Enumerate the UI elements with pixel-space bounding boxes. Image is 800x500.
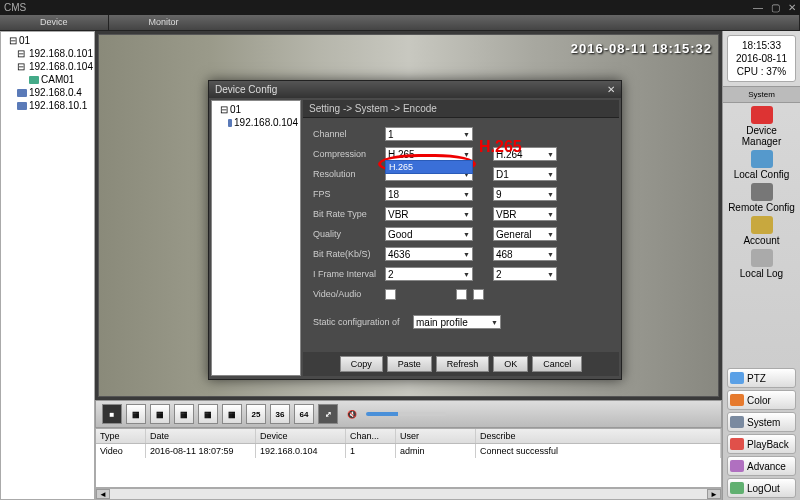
- col-device[interactable]: Device: [256, 429, 346, 443]
- tab-monitor[interactable]: Monitor: [109, 15, 800, 30]
- bit-rate-kb-s--select-2[interactable]: 468▼: [493, 247, 557, 261]
- i-frame-interval-select-2[interactable]: 2▼: [493, 267, 557, 281]
- layout-btn-8[interactable]: ▦: [174, 404, 194, 424]
- side-item-icon: [751, 183, 773, 201]
- minimize-icon[interactable]: —: [753, 2, 763, 13]
- layout-btn-6[interactable]: ▦: [150, 404, 170, 424]
- panel-btn-ptz[interactable]: PTZ: [727, 368, 796, 388]
- col-describe[interactable]: Describe: [476, 429, 721, 443]
- side-item-icon: [751, 216, 773, 234]
- layout-btn-9[interactable]: ▦: [198, 404, 218, 424]
- video-checkbox[interactable]: [385, 289, 396, 300]
- close-icon[interactable]: ✕: [788, 2, 796, 13]
- bit-rate-type-select-2[interactable]: VBR▼: [493, 207, 557, 221]
- panel-btn-system[interactable]: System: [727, 412, 796, 432]
- status-time: 18:15:33: [731, 39, 792, 52]
- side-item-icon: [751, 249, 773, 267]
- layout-btn-25[interactable]: 25: [246, 404, 266, 424]
- bit-rate-kb-s--select[interactable]: 4636▼: [385, 247, 473, 261]
- tree-item[interactable]: 192.168.0.4: [3, 86, 92, 99]
- side-item-device-manager[interactable]: Device Manager: [727, 106, 796, 147]
- col-date[interactable]: Date: [146, 429, 256, 443]
- static-config-select[interactable]: main profile▼: [413, 315, 501, 329]
- tab-device[interactable]: Device: [0, 15, 109, 30]
- dialog-titlebar[interactable]: Device Config ✕: [209, 81, 621, 98]
- fullscreen-icon[interactable]: ⤢: [318, 404, 338, 424]
- dialog-button-row: CopyPasteRefreshOKCancel: [303, 352, 619, 376]
- color-icon: [730, 394, 744, 406]
- cancel-button[interactable]: Cancel: [532, 356, 582, 372]
- panel-btn-color[interactable]: Color: [727, 390, 796, 410]
- device-icon: [17, 89, 27, 97]
- app-title: CMS: [4, 2, 26, 13]
- tree-item[interactable]: CAM01: [3, 73, 92, 86]
- fps-select-2[interactable]: 9▼: [493, 187, 557, 201]
- copy-button[interactable]: Copy: [340, 356, 383, 372]
- field-label: Bit Rate(Kb/S): [313, 249, 385, 259]
- field-label: Resolution: [313, 169, 385, 179]
- layout-btn-4[interactable]: ▦: [126, 404, 146, 424]
- tree-item[interactable]: 192.168.10.1: [3, 99, 92, 112]
- device-config-dialog: Device Config ✕ ⊟ 01 192.168.0.104 Setti…: [208, 80, 622, 380]
- quality-select-2[interactable]: General▼: [493, 227, 557, 241]
- refresh-button[interactable]: Refresh: [436, 356, 490, 372]
- static-config-label: Static configuration of: [313, 317, 413, 327]
- video-checkbox-2[interactable]: [456, 289, 467, 300]
- annotation-label: H.265: [479, 138, 522, 156]
- resolution-select-2[interactable]: D1▼: [493, 167, 557, 181]
- compression-dropdown-open[interactable]: H.265: [385, 160, 473, 174]
- side-item-account[interactable]: Account: [727, 216, 796, 246]
- layout-btn-36[interactable]: 36: [270, 404, 290, 424]
- channel-select[interactable]: 1▼: [385, 127, 473, 141]
- side-item-local-config[interactable]: Local Config: [727, 150, 796, 180]
- side-item-remote-config[interactable]: Remote Config: [727, 183, 796, 213]
- scroll-right-icon[interactable]: ►: [707, 489, 721, 499]
- advance-icon: [730, 460, 744, 472]
- encode-form: Channel1▼CompressionH.265▼H.264▼Resoluti…: [303, 118, 619, 352]
- side-item-local-log[interactable]: Local Log: [727, 249, 796, 279]
- quality-select[interactable]: Good▼: [385, 227, 473, 241]
- main-tabs: Device Monitor: [0, 15, 800, 31]
- tree-item[interactable]: ⊟ 192.168.0.104: [3, 60, 92, 73]
- log-grid: Type Date Device Chan... User Describe V…: [95, 428, 722, 488]
- audio-checkbox-2[interactable]: [473, 289, 484, 300]
- camera-icon: [29, 76, 39, 84]
- device-icon: [228, 119, 232, 127]
- volume-slider[interactable]: [366, 412, 446, 416]
- mute-icon[interactable]: 🔇: [342, 404, 362, 424]
- device-tree[interactable]: ⊟ 01 ⊟ 192.168.0.101 ⊟ 192.168.0.104 CAM…: [0, 31, 95, 500]
- ok-button[interactable]: OK: [493, 356, 528, 372]
- dialog-close-icon[interactable]: ✕: [607, 84, 615, 95]
- status-cpu: CPU : 37%: [731, 65, 792, 78]
- scroll-left-icon[interactable]: ◄: [96, 489, 110, 499]
- log-row[interactable]: Video 2016-08-11 18:07:59 192.168.0.104 …: [96, 444, 721, 458]
- col-user[interactable]: User: [396, 429, 476, 443]
- tree-root[interactable]: ⊟ 01: [3, 34, 92, 47]
- panel-btn-advance[interactable]: Advance: [727, 456, 796, 476]
- logout-icon: [730, 482, 744, 494]
- field-label: I Frame Interval: [313, 269, 385, 279]
- panel-btn-playback[interactable]: PlayBack: [727, 434, 796, 454]
- i-frame-interval-select[interactable]: 2▼: [385, 267, 473, 281]
- col-channel[interactable]: Chan...: [346, 429, 396, 443]
- playback-icon: [730, 438, 744, 450]
- fps-select[interactable]: 18▼: [385, 187, 473, 201]
- log-header: Type Date Device Chan... User Describe: [96, 429, 721, 444]
- maximize-icon[interactable]: ▢: [771, 2, 780, 13]
- paste-button[interactable]: Paste: [387, 356, 432, 372]
- layout-btn-16[interactable]: ▦: [222, 404, 242, 424]
- layout-btn-64[interactable]: 64: [294, 404, 314, 424]
- panel-btn-logout[interactable]: LogOut: [727, 478, 796, 498]
- h-scrollbar[interactable]: ◄ ►: [95, 488, 722, 500]
- tree-item[interactable]: ⊟ 192.168.0.101: [3, 47, 92, 60]
- dialog-tree-item[interactable]: 192.168.0.104: [214, 116, 298, 129]
- system-icon: [730, 416, 744, 428]
- col-type[interactable]: Type: [96, 429, 146, 443]
- dialog-tree[interactable]: ⊟ 01 192.168.0.104: [211, 100, 301, 376]
- compression-select[interactable]: H.265▼: [385, 147, 473, 161]
- layout-btn-1[interactable]: ■: [102, 404, 122, 424]
- bit-rate-type-select[interactable]: VBR▼: [385, 207, 473, 221]
- status-box: 18:15:33 2016-08-11 CPU : 37%: [727, 35, 796, 82]
- field-label: Video/Audio: [313, 289, 385, 299]
- dialog-tree-root[interactable]: ⊟ 01: [214, 103, 298, 116]
